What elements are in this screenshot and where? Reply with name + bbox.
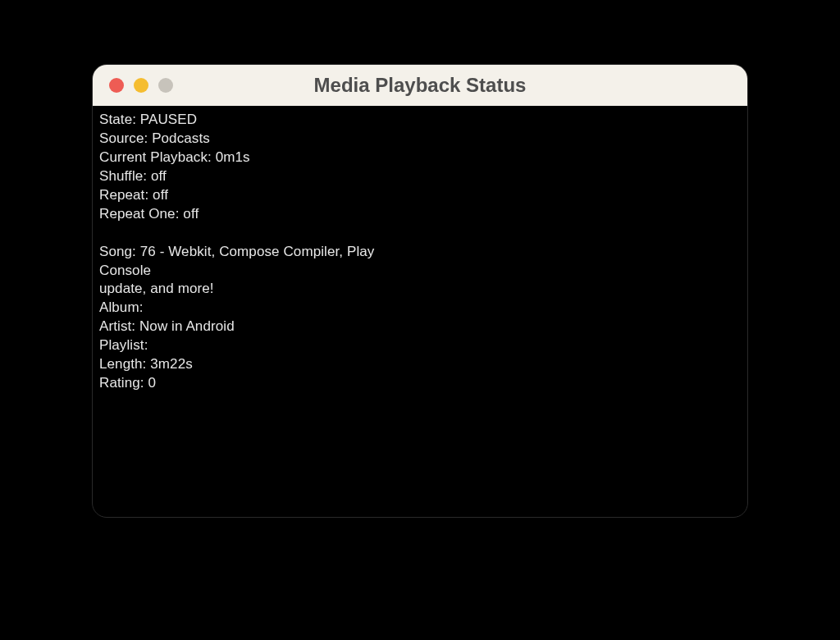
shuffle-value: off <box>151 168 167 184</box>
minimize-icon[interactable] <box>134 78 148 93</box>
position-label: Current Playback <box>99 149 208 165</box>
media-status-window: Media Playback Status State: PAUSED Sour… <box>92 64 748 518</box>
repeat-one-row: Repeat One: off <box>99 205 395 224</box>
song-value-line2: update, and more! <box>99 281 214 296</box>
state-row: State: PAUSED <box>99 111 395 130</box>
artist-value: Now in Android <box>139 318 235 334</box>
rating-row: Rating: 0 <box>99 374 395 393</box>
shuffle-row: Shuffle: off <box>99 167 395 186</box>
repeat-one-value: off <box>183 206 199 222</box>
status-body: State: PAUSED Source: Podcasts Current P… <box>93 106 747 400</box>
shuffle-label: Shuffle <box>99 168 143 184</box>
source-label: Source <box>99 130 144 146</box>
album-label: Album <box>99 299 139 315</box>
repeat-row: Repeat: off <box>99 186 395 205</box>
repeat-label: Repeat <box>99 187 144 203</box>
rating-value: 0 <box>148 375 156 391</box>
state-label: State <box>99 112 132 127</box>
length-row: Length: 3m22s <box>99 355 395 374</box>
window-title: Media Playback Status <box>93 74 747 97</box>
maximize-icon[interactable] <box>158 78 173 93</box>
state-value: PAUSED <box>140 112 197 127</box>
rating-label: Rating <box>99 375 140 391</box>
close-icon[interactable] <box>109 78 124 93</box>
length-value: 3m22s <box>150 356 193 372</box>
album-row: Album: <box>99 299 395 318</box>
playlist-row: Playlist: <box>99 336 395 355</box>
source-value: Podcasts <box>152 130 210 146</box>
artist-label: Artist <box>99 318 131 334</box>
source-row: Source: Podcasts <box>99 130 395 149</box>
titlebar: Media Playback Status <box>93 65 747 106</box>
section-gap <box>99 224 741 243</box>
playlist-label: Playlist <box>99 337 144 353</box>
repeat-one-label: Repeat One <box>99 206 176 222</box>
position-value: 0m1s <box>216 149 250 165</box>
song-row-line2: update, and more! <box>99 280 395 299</box>
window-controls <box>109 78 173 93</box>
length-label: Length <box>99 356 143 372</box>
song-label: Song <box>99 244 132 259</box>
artist-row: Artist: Now in Android <box>99 318 395 336</box>
song-row-line1: Song: 76 - Webkit, Compose Compiler, Pla… <box>99 243 395 281</box>
position-row: Current Playback: 0m1s <box>99 149 395 167</box>
song-value-line1: 76 - Webkit, Compose Compiler, Play Cons… <box>99 244 374 278</box>
repeat-value: off <box>153 187 168 203</box>
